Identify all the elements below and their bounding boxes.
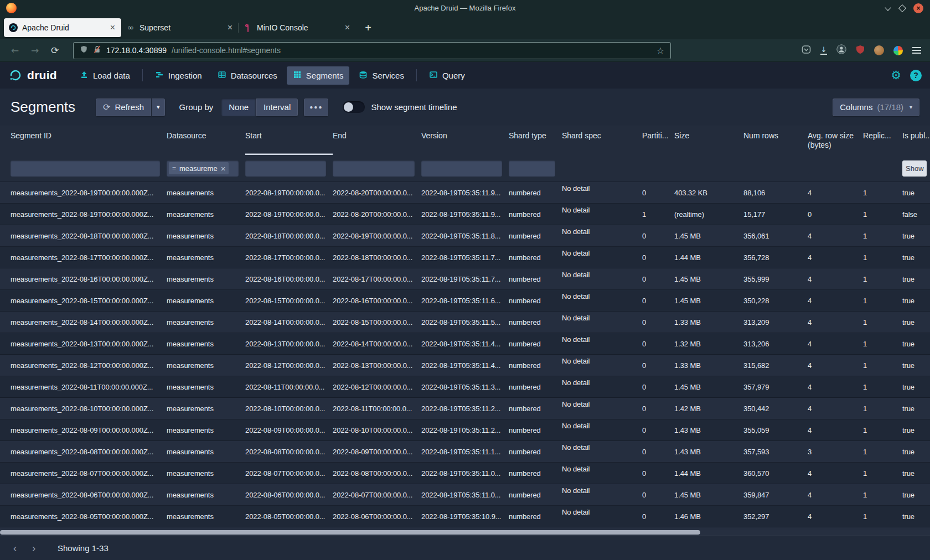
table-row[interactable]: measurements_2022-08-06T00:00:00.000Z...…	[0, 484, 930, 506]
table-row[interactable]: measurements_2022-08-09T00:00:00.000Z...…	[0, 419, 930, 441]
cell-size: 1.33 MB	[674, 355, 743, 376]
col-header-replicas[interactable]: Replic...	[863, 126, 902, 155]
columns-button[interactable]: Columns (17/18) ▾	[833, 98, 919, 116]
cell-num-rows: 357,979	[743, 376, 808, 397]
col-header-end[interactable]: End	[333, 126, 421, 155]
tab-close-icon[interactable]: ×	[344, 23, 351, 33]
table-row[interactable]: measurements_2022-08-05T00:00:00.000Z...…	[0, 506, 930, 527]
window-maximize-icon[interactable]	[898, 4, 906, 12]
col-header-shard-spec[interactable]: Shard spec	[562, 126, 642, 155]
nav-load-data[interactable]: Load data	[74, 66, 136, 85]
datasource-filter-input[interactable]: = measureme ×	[167, 160, 239, 177]
cell-shard-spec: No detail	[562, 376, 642, 397]
version-filter-input[interactable]	[421, 160, 502, 177]
new-tab-button[interactable]: +	[360, 19, 376, 36]
shard-type-filter-input[interactable]	[509, 160, 555, 177]
table-row[interactable]: measurements_2022-08-08T00:00:00.000Z...…	[0, 441, 930, 463]
hamburger-menu-icon[interactable]	[912, 47, 921, 54]
page-title: Segments	[11, 98, 75, 116]
bookmark-star-icon[interactable]: ☆	[657, 45, 664, 56]
cell-version: 2022-08-19T05:35:11.1...	[421, 441, 509, 462]
filter-tag-remove-icon[interactable]: ×	[221, 164, 226, 173]
refresh-button[interactable]: ⟳ Refresh	[96, 98, 151, 116]
tab-close-icon[interactable]: ×	[226, 23, 234, 33]
browser-tab-superset[interactable]: ∞ Superset ×	[121, 18, 239, 37]
insecure-lock-icon[interactable]	[93, 45, 101, 56]
window-minimize-icon[interactable]	[885, 6, 891, 11]
cell-partition: 0	[642, 333, 674, 354]
url-bar[interactable]: 172.18.0.4:30899 /unified-console.html#s…	[73, 42, 671, 59]
col-header-start[interactable]: Start	[245, 126, 333, 155]
col-header-shard-type[interactable]: Shard type	[509, 126, 562, 155]
back-button[interactable]: ←	[7, 45, 23, 56]
nav-services[interactable]: Services	[353, 66, 410, 85]
cell-shard-spec: No detail	[562, 355, 642, 376]
datasource-filter-tag[interactable]: = measureme ×	[169, 162, 229, 174]
browser-tab-minio-console[interactable]: MinIO Console ×	[239, 18, 356, 37]
col-header-num-rows[interactable]: Num rows	[743, 126, 808, 155]
nav-label: Segments	[306, 71, 344, 80]
table-row[interactable]: measurements_2022-08-18T00:00:00.000Z...…	[0, 225, 930, 247]
col-header-size[interactable]: Size	[674, 126, 743, 155]
nav-query[interactable]: Query	[423, 66, 471, 85]
next-page-button[interactable]: ›	[28, 542, 40, 554]
profile-avatar-icon[interactable]	[874, 45, 884, 55]
nav-ingestion[interactable]: Ingestion	[149, 66, 208, 85]
col-header-avg-row-size[interactable]: Avg. row size (bytes)	[808, 126, 863, 155]
segment-timeline-toggle[interactable]	[343, 101, 365, 113]
nav-segments[interactable]: Segments	[287, 66, 350, 85]
col-header-datasource[interactable]: Datasource	[167, 126, 245, 155]
col-header-is-published[interactable]: Is publ...	[902, 126, 930, 155]
col-header-version[interactable]: Version	[421, 126, 509, 155]
nav-datasources[interactable]: Datasources	[211, 66, 283, 85]
cell-avg-row-size: 4	[808, 312, 863, 333]
cell-size: (realtime)	[674, 204, 743, 225]
segment-id-filter-input[interactable]	[11, 160, 160, 177]
group-by-interval-button[interactable]: Interval	[256, 98, 298, 116]
nav-label: Query	[442, 71, 465, 80]
cell-size: 1.33 MB	[674, 312, 743, 333]
table-row[interactable]: measurements_2022-08-16T00:00:00.000Z...…	[0, 268, 930, 290]
cell-size: 1.45 MB	[674, 225, 743, 246]
col-header-partition[interactable]: Partiti...	[642, 126, 674, 155]
ublock-icon[interactable]	[856, 45, 865, 56]
table-row[interactable]: measurements_2022-08-13T00:00:00.000Z...…	[0, 333, 930, 355]
horizontal-scrollbar-thumb[interactable]	[0, 530, 700, 535]
table-row[interactable]: measurements_2022-08-19T00:00:00.000Z...…	[0, 182, 930, 204]
refresh-dropdown-button[interactable]: ▾	[152, 98, 165, 116]
reload-button[interactable]: ⟳	[46, 45, 63, 56]
cell-shard-spec: No detail	[562, 225, 642, 246]
end-filter-input[interactable]	[333, 160, 415, 177]
start-filter-input[interactable]	[245, 160, 326, 177]
pocket-icon[interactable]	[802, 45, 811, 56]
window-close-icon[interactable]: ×	[913, 3, 923, 13]
tracking-shield-icon[interactable]	[80, 45, 88, 56]
nav-label: Services	[372, 71, 404, 80]
col-header-segment-id[interactable]: Segment ID	[11, 126, 167, 155]
table-row[interactable]: measurements_2022-08-07T00:00:00.000Z...…	[0, 463, 930, 484]
cell-replicas: 1	[863, 398, 902, 419]
cell-avg-row-size: 4	[808, 355, 863, 376]
tab-close-icon[interactable]: ×	[109, 23, 116, 33]
browser-tab-apache-druid[interactable]: Apache Druid ×	[4, 18, 121, 37]
prev-page-button[interactable]: ‹	[9, 542, 21, 554]
help-icon[interactable]: ?	[910, 70, 922, 81]
settings-gear-icon[interactable]: ⚙	[891, 69, 901, 82]
group-by-none-button[interactable]: None	[221, 98, 256, 116]
table-row[interactable]: measurements_2022-08-19T00:00:00.000Z...…	[0, 204, 930, 225]
table-row[interactable]: measurements_2022-08-10T00:00:00.000Z...…	[0, 398, 930, 419]
is-published-filter[interactable]: Show	[902, 160, 927, 177]
more-options-button[interactable]: ●●●	[304, 98, 328, 116]
table-row[interactable]: measurements_2022-08-17T00:00:00.000Z...…	[0, 247, 930, 268]
forward-button[interactable]: →	[27, 45, 43, 56]
table-row[interactable]: measurements_2022-08-11T00:00:00.000Z...…	[0, 376, 930, 398]
downloads-icon[interactable]: ↓	[820, 46, 827, 55]
druid-logo[interactable]: druid	[8, 68, 57, 82]
horizontal-scrollbar[interactable]	[0, 530, 930, 535]
extension-pinwheel-icon[interactable]	[893, 46, 903, 55]
account-icon[interactable]	[836, 44, 846, 56]
table-row[interactable]: measurements_2022-08-15T00:00:00.000Z...…	[0, 290, 930, 312]
table-row[interactable]: measurements_2022-08-14T00:00:00.000Z...…	[0, 312, 930, 333]
table-row[interactable]: measurements_2022-08-12T00:00:00.000Z...…	[0, 355, 930, 376]
cell-version: 2022-08-19T05:35:11.3...	[421, 376, 509, 397]
